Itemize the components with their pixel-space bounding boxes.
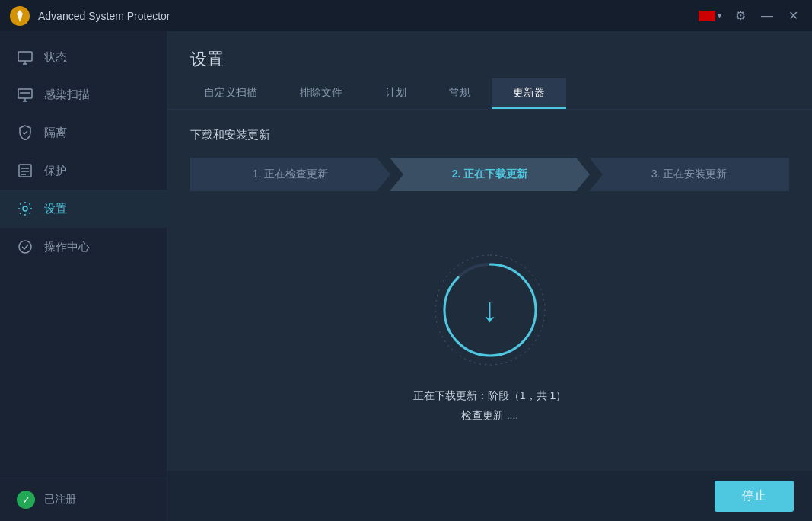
svg-point-16 <box>19 241 31 253</box>
registered-label: 已注册 <box>44 493 76 507</box>
chevron-down-icon: ▾ <box>718 11 721 20</box>
page-title: 设置 <box>190 48 789 71</box>
titlebar: Advanced System Protector ▾ ⚙ — ✕ <box>0 0 812 31</box>
download-arrow-icon: ↓ <box>482 293 498 327</box>
sidebar-item-settings[interactable]: 设置 <box>0 190 167 228</box>
minimize-button[interactable]: — <box>756 6 778 26</box>
tabs-row: 自定义扫描 排除文件 计划 常规 更新器 <box>167 78 812 110</box>
gear-icon <box>17 201 33 216</box>
svg-rect-5 <box>18 89 32 98</box>
page-header: 设置 <box>167 31 812 78</box>
tab-custom-scan[interactable]: 自定义扫描 <box>183 78 279 109</box>
footer-bar: 停止 <box>167 471 812 521</box>
protection-icon <box>17 163 33 178</box>
sidebar-label-protection: 保护 <box>44 164 67 178</box>
main-layout: 状态 感染扫描 <box>0 31 812 521</box>
shield-icon <box>17 125 33 140</box>
content-body: 下载和安装更新 1. 正在检查更新 2. 正在下载更新 3. 正在安装更新 <box>167 110 812 471</box>
scan-icon <box>17 88 33 102</box>
sidebar-item-protection[interactable]: 保护 <box>0 152 167 190</box>
titlebar-controls: ▾ ⚙ — ✕ <box>696 5 803 26</box>
registered-icon: ✓ <box>17 491 35 509</box>
flag-icon <box>699 11 715 21</box>
step-2: 2. 正在下载更新 <box>390 158 590 191</box>
svg-rect-2 <box>18 52 32 61</box>
step-3-label: 3. 正在安装更新 <box>651 168 728 181</box>
tab-schedule[interactable]: 计划 <box>364 78 428 109</box>
sidebar-item-scan[interactable]: 感染扫描 <box>0 76 167 113</box>
status-line-1: 正在下载更新：阶段（1，共 1） <box>413 386 566 405</box>
sidebar-item-status[interactable]: 状态 <box>0 39 167 76</box>
step-1: 1. 正在检查更新 <box>190 158 390 191</box>
sidebar-item-action-center[interactable]: 操作中心 <box>0 228 167 266</box>
sidebar-item-quarantine[interactable]: 隔离 <box>0 113 167 152</box>
step-3: 3. 正在安装更新 <box>589 158 789 191</box>
sidebar-label-settings: 设置 <box>44 202 67 216</box>
status-line-2: 检查更新 .... <box>413 406 566 425</box>
step-1-label: 1. 正在检查更新 <box>253 168 329 181</box>
tab-exclude-files[interactable]: 排除文件 <box>279 78 364 109</box>
tab-updater[interactable]: 更新器 <box>492 78 566 109</box>
language-selector[interactable]: ▾ <box>696 9 724 23</box>
stop-button[interactable]: 停止 <box>715 481 794 512</box>
close-button[interactable]: ✕ <box>784 5 803 26</box>
tab-general[interactable]: 常规 <box>428 78 492 109</box>
step-2-label: 2. 正在下载更新 <box>452 168 528 181</box>
status-text: 正在下载更新：阶段（1，共 1） 检查更新 .... <box>413 386 566 424</box>
sidebar-label-action-center: 操作中心 <box>44 240 90 254</box>
settings-icon-button[interactable]: ⚙ <box>731 5 750 26</box>
app-logo <box>9 5 30 27</box>
sidebar-label-status: 状态 <box>44 50 67 65</box>
sidebar: 状态 感染扫描 <box>0 31 167 521</box>
progress-circle: ↓ <box>429 249 551 371</box>
section-label: 下载和安装更新 <box>190 128 789 142</box>
svg-point-15 <box>23 206 27 211</box>
action-center-icon <box>17 239 33 254</box>
sidebar-label-quarantine: 隔离 <box>44 126 67 140</box>
monitor-icon <box>17 51 33 65</box>
download-area: ↓ 正在下载更新：阶段（1，共 1） 检查更新 .... <box>190 222 789 452</box>
app-title: Advanced System Protector <box>38 10 696 22</box>
steps-bar: 1. 正在检查更新 2. 正在下载更新 3. 正在安装更新 <box>190 158 789 191</box>
sidebar-footer: ✓ 已注册 <box>0 478 167 521</box>
svg-line-10 <box>24 131 27 134</box>
sidebar-label-scan: 感染扫描 <box>44 88 90 102</box>
sidebar-nav: 状态 感染扫描 <box>0 31 167 478</box>
content-area: 设置 自定义扫描 排除文件 计划 常规 更新器 下载和安装更新 1. 正在检查更… <box>167 31 812 521</box>
